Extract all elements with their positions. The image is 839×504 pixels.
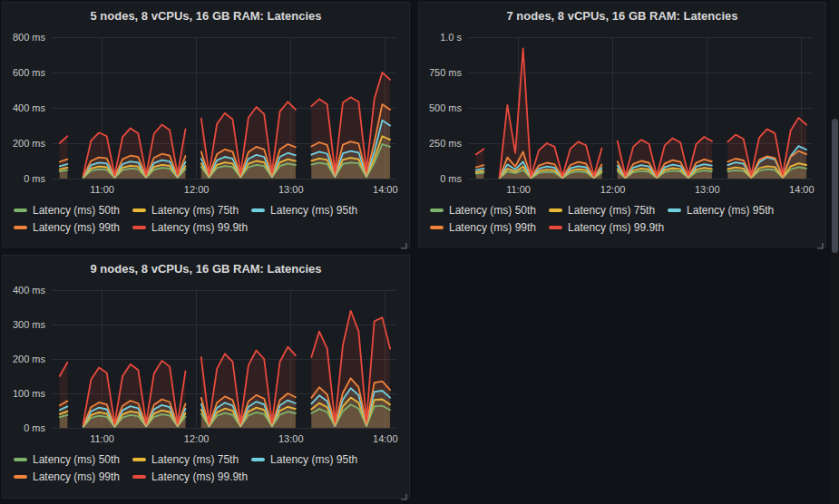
legend-swatch-icon [14, 475, 27, 479]
legend-item-3[interactable]: Latency (ms) 95th [251, 201, 357, 218]
x-tick-label: 13:00 [278, 433, 304, 444]
y-tick-label: 800 ms [13, 32, 46, 43]
x-tick-label: 11:00 [506, 184, 531, 195]
plot-area[interactable] [52, 37, 396, 179]
chart-legend: Latency (ms) 50thLatency (ms) 75thLatenc… [428, 201, 816, 236]
panel-title[interactable]: 9 nodes, 8 vCPUs, 16 GB RAM: Latencies [12, 259, 400, 279]
legend-item-1[interactable]: Latency (ms) 50th [14, 201, 120, 218]
x-tick-label: 11:00 [90, 184, 114, 195]
legend-item-2[interactable]: Latency (ms) 75th [549, 201, 655, 218]
legend-swatch-icon [14, 226, 27, 229]
legend-label: Latency (ms) 50th [449, 204, 536, 217]
legend-swatch-icon [14, 208, 27, 212]
legend-label: Latency (ms) 95th [687, 204, 774, 217]
legend-label: Latency (ms) 99.9th [151, 470, 248, 483]
x-tick-label: 14:00 [789, 184, 815, 195]
chart-legend: Latency (ms) 50thLatency (ms) 75thLatenc… [12, 451, 400, 485]
chart-legend: Latency (ms) 50thLatency (ms) 75thLatenc… [12, 201, 400, 236]
legend-swatch-icon [668, 208, 681, 212]
legend-item-4[interactable]: Latency (ms) 99th [430, 218, 536, 236]
y-tick-label: 250 ms [429, 138, 463, 149]
x-tick-label: 12:00 [600, 184, 626, 195]
y-tick-label: 400 ms [13, 102, 46, 113]
panel-resize-handle-icon[interactable] [399, 488, 407, 496]
legend-item-1[interactable]: Latency (ms) 50th [430, 201, 536, 218]
y-tick-label: 200 ms [13, 354, 46, 364]
legend-swatch-icon [132, 226, 146, 229]
legend-label: Latency (ms) 99.9th [151, 221, 248, 234]
y-tick-label: 400 ms [13, 285, 46, 296]
panel-resize-handle-icon[interactable] [399, 237, 407, 245]
y-tick-label: 0 ms [24, 173, 45, 184]
legend-item-5[interactable]: Latency (ms) 99.9th [549, 218, 664, 236]
legend-swatch-icon [251, 458, 265, 461]
legend-label: Latency (ms) 99th [33, 221, 120, 234]
legend-label: Latency (ms) 75th [151, 453, 239, 466]
legend-item-4[interactable]: Latency (ms) 99th [14, 468, 120, 485]
scrollbar-thumb[interactable] [832, 119, 838, 253]
x-tick-label: 12:00 [184, 184, 210, 195]
legend-item-2[interactable]: Latency (ms) 75th [132, 451, 239, 468]
legend-item-3[interactable]: Latency (ms) 95th [251, 451, 357, 468]
legend-label: Latency (ms) 99th [449, 221, 536, 234]
legend-label: Latency (ms) 75th [568, 204, 655, 217]
y-tick-label: 750 ms [429, 67, 463, 78]
legend-swatch-icon [132, 458, 146, 461]
plot-area[interactable] [468, 37, 813, 179]
legend-item-5[interactable]: Latency (ms) 99.9th [132, 218, 248, 236]
latency-chart-7-nodes[interactable]: 0 ms250 ms500 ms750 ms1.0 s11:0012:0013:… [428, 26, 818, 200]
latency-chart-9-nodes[interactable]: 0 ms100 ms200 ms300 ms400 ms11:0012:0013… [12, 279, 402, 450]
legend-label: Latency (ms) 75th [151, 204, 239, 217]
y-tick-label: 1.0 s [440, 32, 462, 43]
y-tick-label: 300 ms [13, 319, 46, 330]
legend-swatch-icon [132, 208, 146, 212]
y-tick-label: 100 ms [13, 388, 46, 399]
x-tick-label: 14:00 [373, 433, 398, 444]
legend-swatch-icon [430, 226, 444, 229]
y-tick-label: 600 ms [13, 67, 46, 78]
panel-7-nodes-latencies: 7 nodes, 8 vCPUs, 16 GB RAM: Latencies 0… [418, 2, 826, 247]
legend-swatch-icon [549, 208, 562, 212]
panel-title[interactable]: 7 nodes, 8 vCPUs, 16 GB RAM: Latencies [428, 6, 816, 26]
legend-item-2[interactable]: Latency (ms) 75th [132, 201, 239, 218]
y-tick-label: 0 ms [440, 173, 462, 184]
y-tick-label: 0 ms [24, 422, 45, 433]
legend-swatch-icon [132, 475, 146, 479]
legend-swatch-icon [14, 458, 27, 461]
y-tick-label: 200 ms [13, 138, 46, 149]
panel-5-nodes-latencies: 5 nodes, 8 vCPUs, 16 GB RAM: Latencies 0… [2, 2, 410, 247]
y-tick-label: 500 ms [429, 102, 463, 113]
legend-label: Latency (ms) 99th [33, 470, 120, 483]
x-tick-label: 14:00 [373, 184, 398, 195]
legend-item-3[interactable]: Latency (ms) 95th [668, 201, 774, 218]
legend-label: Latency (ms) 95th [270, 453, 357, 466]
x-tick-label: 11:00 [90, 433, 114, 444]
legend-item-5[interactable]: Latency (ms) 99.9th [132, 468, 248, 485]
x-tick-label: 13:00 [278, 184, 304, 195]
legend-label: Latency (ms) 99.9th [568, 221, 664, 234]
legend-label: Latency (ms) 50th [33, 453, 120, 466]
legend-swatch-icon [251, 208, 265, 212]
latency-chart-5-nodes[interactable]: 0 ms200 ms400 ms600 ms800 ms11:0012:0013… [12, 26, 402, 200]
panel-9-nodes-latencies: 9 nodes, 8 vCPUs, 16 GB RAM: Latencies 0… [2, 255, 410, 499]
legend-swatch-icon [549, 226, 562, 229]
x-tick-label: 12:00 [184, 433, 210, 444]
plot-area[interactable] [52, 290, 396, 428]
legend-item-4[interactable]: Latency (ms) 99th [14, 218, 120, 236]
panel-title[interactable]: 5 nodes, 8 vCPUs, 16 GB RAM: Latencies [12, 6, 400, 26]
scrollbar-track[interactable] [831, 0, 839, 504]
legend-item-1[interactable]: Latency (ms) 50th [14, 451, 120, 468]
legend-swatch-icon [430, 208, 444, 212]
x-tick-label: 13:00 [695, 184, 720, 195]
panel-resize-handle-icon[interactable] [815, 237, 824, 245]
legend-label: Latency (ms) 95th [270, 204, 357, 217]
legend-label: Latency (ms) 50th [33, 204, 120, 217]
